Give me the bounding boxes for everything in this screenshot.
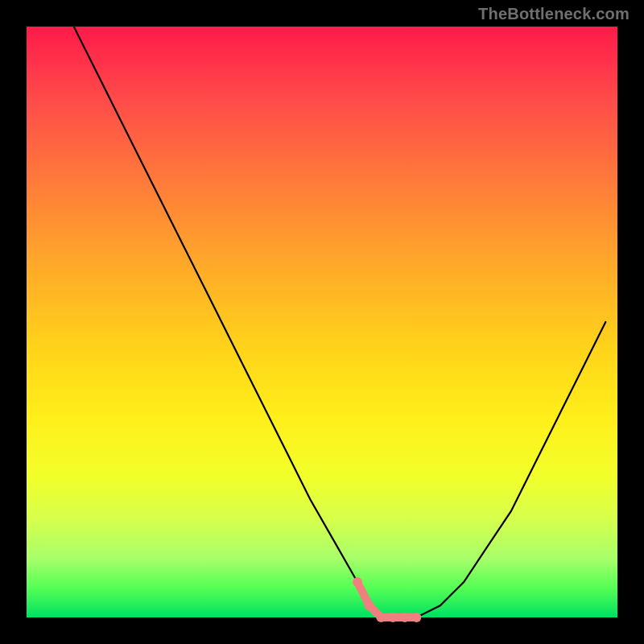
bottleneck-curve	[74, 27, 606, 617]
plateau-marker-dot	[411, 613, 421, 622]
plateau-marker-dot	[400, 613, 410, 622]
attribution-text: TheBottleneck.com	[478, 5, 630, 23]
plateau-marker-dot	[365, 601, 374, 610]
plateau-markers	[353, 577, 421, 622]
plateau-marker-dot	[353, 577, 362, 587]
plateau-marker-dot	[388, 613, 398, 622]
plateau-marker-dot	[376, 613, 386, 622]
chart-svg	[27, 27, 617, 617]
